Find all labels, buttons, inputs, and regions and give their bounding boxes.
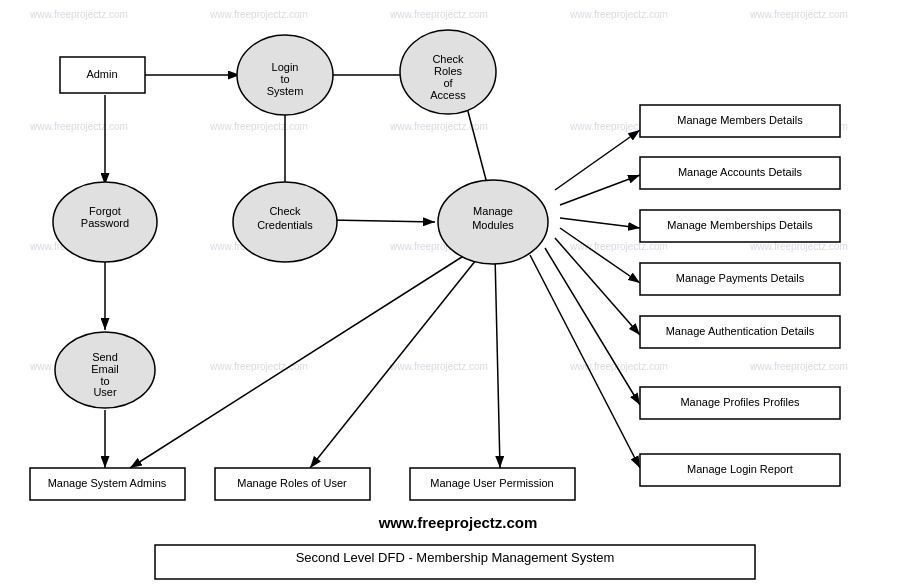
login-label-3: System [267,85,304,97]
manage-auth-label: Manage Authentication Details [666,325,815,337]
manage-modules-label-1: Manage [473,205,513,217]
watermark-4: www.freeprojectz.com [569,9,668,20]
arrow-modules-members [555,130,640,190]
watermark-17: www.freeprojectz.com [209,361,308,372]
check-roles-label-1: Check [432,53,464,65]
manage-login-label: Manage Login Report [687,463,793,475]
watermark-6: www.freeprojectz.com [29,121,128,132]
manage-modules-label-2: Modules [472,219,514,231]
watermark-20: www.freeprojectz.com [749,361,848,372]
forgot-label-2: Password [81,217,129,229]
watermark-3: www.freeprojectz.com [389,9,488,20]
manage-roles-label: Manage Roles of User [237,477,347,489]
login-label-1: Login [272,61,299,73]
manage-sys-admins-label: Manage System Admins [48,477,167,489]
website-footer: www.freeprojectz.com [378,514,538,531]
subtitle-label: Second Level DFD - Membership Management… [296,550,615,565]
manage-user-perm-label: Manage User Permission [430,477,554,489]
check-roles-label-2: Roles [434,65,463,77]
arrow-modules-accounts [560,175,640,205]
manage-members-label: Manage Members Details [677,114,803,126]
arrow-modules-memberships [560,218,640,228]
manage-accounts-label: Manage Accounts Details [678,166,803,178]
watermark-18: www.freeprojectz.com [389,361,488,372]
manage-memberships-label: Manage Memberships Details [667,219,813,231]
watermark-2: www.freeprojectz.com [209,9,308,20]
watermark-7: www.freeprojectz.com [209,121,308,132]
check-roles-label-4: Access [430,89,466,101]
watermark-5: www.freeprojectz.com [749,9,848,20]
arrow-modules-profiles [545,248,640,405]
check-cred-label-2: Credentials [257,219,313,231]
send-email-label-4: User [93,386,117,398]
arrow-modules-userperm [495,255,500,468]
send-email-label-2: Email [91,363,119,375]
login-label-2: to [280,73,289,85]
arrow-cred-modules [330,220,435,222]
manage-profiles-label: Manage Profiles Profiles [680,396,800,408]
watermark-1: www.freeprojectz.com [29,9,128,20]
arrow-modules-payments [560,228,640,283]
manage-payments-label: Manage Payments Details [676,272,805,284]
send-email-label-1: Send [92,351,118,363]
check-cred-label-1: Check [269,205,301,217]
forgot-label-1: Forgot [89,205,121,217]
check-roles-label-3: of [443,77,453,89]
diagram-container: www.freeprojectz.com www.freeprojectz.co… [0,0,916,587]
admin-label: Admin [86,68,117,80]
